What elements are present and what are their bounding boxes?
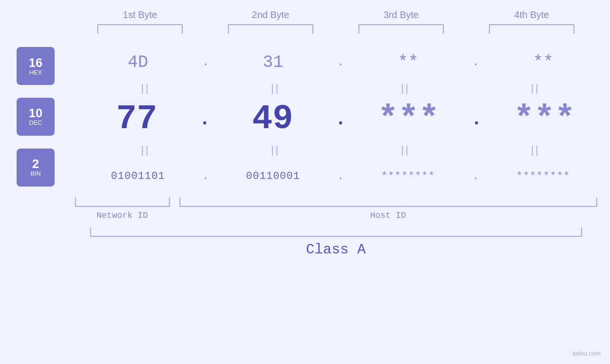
bin-val-4: ********: [516, 170, 570, 182]
sep-row-2: || || || ||: [71, 143, 610, 157]
hex-cell-3: **: [356, 53, 460, 72]
bin-values-row: 01001101 . 00110001 . ******** . *******…: [71, 157, 610, 195]
bin-cell-1: 01001101: [86, 170, 190, 182]
sep-1: ||: [94, 82, 198, 94]
hex-val-3: **: [398, 53, 418, 72]
sep-row-1: || || || ||: [71, 81, 610, 95]
host-id-label: Host ID: [179, 211, 597, 220]
hex-values-row: 4D . 31 . ** . **: [71, 43, 610, 81]
bracket-top-1: [97, 24, 183, 34]
hex-cell-4: **: [491, 53, 595, 72]
bin-dot-3: .: [473, 171, 479, 182]
bin-dot-1: .: [203, 171, 208, 182]
dec-values-row: 77 . 49 . *** . ***: [71, 95, 610, 143]
hex-badge-num: 16: [29, 56, 43, 69]
dec-val-2: 49: [252, 100, 293, 139]
watermark: ipshu.com: [572, 350, 601, 357]
full-bracket: [90, 227, 582, 237]
byte-header-2: 2nd Byte: [218, 9, 323, 20]
hex-dot-3: .: [473, 57, 479, 68]
bracket-top-3: [358, 24, 444, 34]
sep-2: ||: [224, 82, 328, 94]
hex-val-2: 31: [263, 53, 283, 72]
dec-dot-3: .: [471, 109, 482, 130]
sep-5: ||: [94, 144, 198, 156]
bin-dot-2: .: [338, 171, 343, 182]
dec-dot-1: .: [199, 109, 210, 130]
dec-cell-3: ***: [357, 100, 461, 139]
main-container: 1st Byte 2nd Byte 3rd Byte 4th Byte 16 H…: [0, 0, 610, 364]
bin-val-1: 01001101: [111, 170, 165, 182]
bracket-network: [75, 197, 170, 207]
hex-dot-2: .: [338, 57, 343, 68]
dec-val-3: ***: [378, 100, 440, 139]
hex-cell-2: 31: [221, 53, 325, 72]
top-brackets: [75, 24, 597, 34]
bin-badge-num: 2: [32, 158, 39, 170]
bracket-top-2: [228, 24, 313, 34]
byte-headers-row: 1st Byte 2nd Byte 3rd Byte 4th Byte: [75, 9, 597, 20]
byte-header-1: 1st Byte: [88, 9, 192, 20]
dec-dot-2: .: [335, 109, 346, 130]
sep-7: ||: [353, 144, 458, 156]
bin-cell-3: ********: [356, 170, 460, 182]
bracket-top-4: [489, 24, 574, 34]
sep-6: ||: [224, 144, 328, 156]
dec-badge-num: 10: [29, 107, 43, 119]
byte-header-3: 3rd Byte: [349, 9, 453, 20]
class-label: Class A: [90, 242, 582, 258]
network-id-label: Network ID: [75, 211, 170, 220]
bin-badge-label: BIN: [30, 170, 41, 177]
sep-3: ||: [353, 82, 458, 94]
bottom-brackets: [75, 197, 597, 207]
dec-cell-4: ***: [492, 100, 597, 139]
hex-val-1: 4D: [128, 53, 148, 72]
main-grid: 16 HEX 10 DEC 2 BIN 4D . 31: [0, 38, 610, 195]
bin-cell-4: ********: [491, 170, 595, 182]
dec-badge: 10 DEC: [17, 98, 55, 136]
dec-cell-1: 77: [84, 100, 189, 139]
bottom-section: Network ID Host ID Class A: [75, 197, 597, 258]
dec-val-1: 77: [116, 100, 157, 139]
sep-8: ||: [483, 144, 588, 156]
bracket-host: [179, 197, 597, 207]
hex-val-4: **: [533, 53, 554, 72]
bin-val-2: 00110001: [246, 170, 300, 182]
hex-badge: 16 HEX: [17, 47, 55, 85]
dec-val-4: ***: [514, 100, 575, 139]
dec-cell-2: 49: [220, 100, 325, 139]
badges-column: 16 HEX 10 DEC 2 BIN: [0, 38, 71, 195]
sep-4: ||: [483, 82, 588, 94]
hex-dot-1: .: [203, 57, 208, 68]
dec-badge-label: DEC: [29, 119, 42, 126]
values-area: 4D . 31 . ** . ** || || || ||: [71, 38, 610, 195]
bottom-labels: Network ID Host ID: [75, 211, 597, 220]
bin-badge: 2 BIN: [17, 149, 55, 187]
hex-badge-label: HEX: [29, 69, 42, 76]
hex-cell-1: 4D: [86, 53, 190, 72]
bin-val-3: ********: [381, 170, 435, 182]
bin-cell-2: 00110001: [221, 170, 325, 182]
byte-header-4: 4th Byte: [479, 9, 584, 20]
